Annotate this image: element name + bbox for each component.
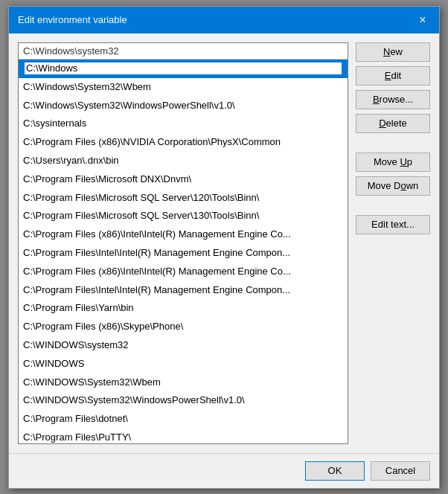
list-item[interactable]: C:\WINDOWS\system32: [19, 336, 348, 355]
list-item[interactable]: C:\WINDOWS\System32\WindowsPowerShell\v1…: [19, 391, 348, 410]
title-bar: Edit environment variable ×: [9, 7, 439, 33]
list-item[interactable]: C:\Program Files (x86)\Intel\Intel(R) Ma…: [19, 225, 348, 244]
new-button-label: New: [383, 46, 403, 57]
list-item[interactable]: C:\Windows\System32\WindowsPowerShell\v1…: [19, 97, 348, 115]
list-item[interactable]: C:\Users\ryan\.dnx\bin: [19, 152, 348, 170]
browse-button-label: Browse...: [373, 94, 413, 105]
list-item[interactable]: C:\Program Files\Intel\Intel(R) Manageme…: [19, 244, 348, 263]
list-scroll-area[interactable]: C:\Windows\System32\Wbem C:\Windows\Syst…: [19, 60, 348, 443]
cancel-button[interactable]: Cancel: [371, 461, 430, 481]
edit-button-label: Edit: [385, 70, 401, 81]
list-item[interactable]: C:\sysinternals: [19, 115, 348, 133]
list-item[interactable]: C:\Program Files\Intel\Intel(R) Manageme…: [19, 281, 348, 300]
buttons-panel: New Edit Browse... Delete Move Up Move D…: [356, 42, 430, 444]
move-down-button[interactable]: Move Down: [356, 176, 430, 196]
close-button[interactable]: ×: [415, 13, 430, 28]
list-item[interactable]: C:\Program Files (x86)\Intel\Intel(R) Ma…: [19, 263, 348, 281]
list-item[interactable]: C:\Program Files (x86)\Skype\Phone\: [19, 318, 348, 336]
list-item[interactable]: C:\Windows\System32\Wbem: [19, 78, 348, 97]
edit-text-button[interactable]: Edit text...: [356, 215, 430, 234]
list-item[interactable]: C:\Program Files\Microsoft DNX\Dnvm\: [19, 170, 348, 189]
browse-button[interactable]: Browse...: [356, 90, 430, 109]
list-item[interactable]: C:\Program Files\Microsoft SQL Server\12…: [19, 189, 348, 208]
list-item[interactable]: C:\Program Files\Yarn\bin: [19, 299, 348, 318]
edit-button[interactable]: Edit: [356, 66, 430, 86]
list-header-item: C:\Windows\system32: [19, 43, 348, 60]
move-up-label: Move Up: [374, 156, 412, 167]
list-item[interactable]: C:\Program Files (x86)\NVIDIA Corporatio…: [19, 133, 348, 152]
move-down-label: Move Down: [368, 180, 419, 191]
edit-text-label: Edit text...: [371, 219, 415, 230]
delete-button-label: Delete: [379, 118, 407, 129]
list-item[interactable]: C:\Program Files\dotnet\: [19, 410, 348, 429]
move-up-button[interactable]: Move Up: [356, 153, 430, 172]
dialog-footer: OK Cancel: [9, 453, 439, 488]
dialog-content: C:\Windows\system32 C:\Windows\System32\…: [9, 33, 439, 453]
edit-env-var-dialog: Edit environment variable × C:\Windows\s…: [8, 6, 440, 489]
list-item[interactable]: C:\Program Files\PuTTY\: [19, 429, 348, 443]
list-item[interactable]: C:\WINDOWS: [19, 355, 348, 373]
env-var-list-container: C:\Windows\system32 C:\Windows\System32\…: [18, 42, 348, 444]
list-item[interactable]: C:\WINDOWS\System32\Wbem: [19, 373, 348, 392]
delete-button[interactable]: Delete: [356, 114, 430, 133]
list-item-editing[interactable]: [19, 60, 348, 78]
list-item[interactable]: C:\Program Files\Microsoft SQL Server\13…: [19, 207, 348, 225]
new-button[interactable]: New: [356, 42, 430, 62]
list-item-edit-input[interactable]: [23, 61, 343, 76]
dialog-title: Edit environment variable: [18, 14, 127, 25]
ok-button[interactable]: OK: [305, 461, 365, 481]
